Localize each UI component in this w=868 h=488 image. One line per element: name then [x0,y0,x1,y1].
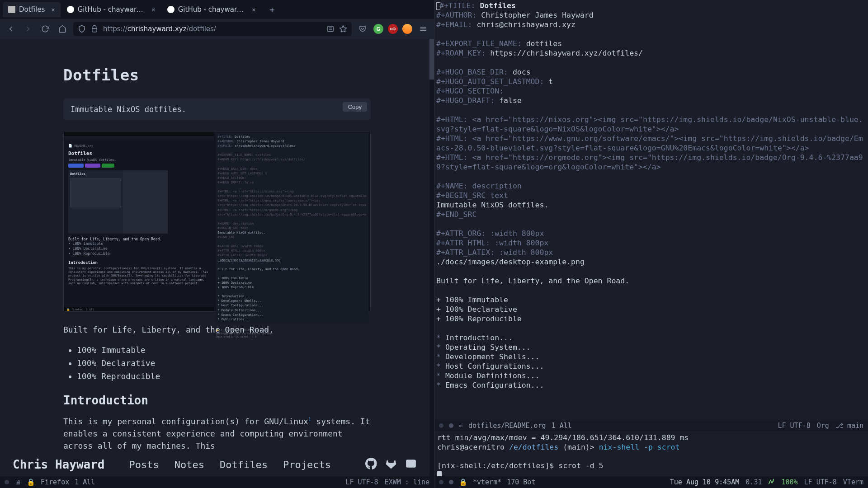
back-arrow-icon: ← [459,422,463,430]
page-content: Dotfiles Immutable NixOS dotfiles. Copy … [0,39,434,476]
buffer-position: 1 All [75,478,95,486]
url-text: https://chrishayward.xyz/dotfiles/ [103,25,216,33]
vterm-modeline: 🔒 *vterm* 170 Bot Tue Aug 10 9:45AM 0.31… [434,476,868,488]
nav-projects[interactable]: Projects [283,459,331,470]
right-pane-emacs: #+TITLE: Dotfiles#+AUTHOR: Christopher J… [434,0,868,488]
copy-button[interactable]: Copy [343,102,367,112]
buffer-name: Firefox [41,478,69,486]
close-tab-icon[interactable]: ✕ [51,6,55,13]
list-item: 100% Reproducible [77,370,371,383]
menu-icon[interactable] [417,23,429,35]
browser-tab[interactable]: GitHub - chayward1/dotf ✕ [162,2,261,17]
buffer-position: 170 Bot [507,478,535,486]
buffer-position: 1 All [552,422,572,430]
encoding: LF UTF-8 [778,422,811,430]
modeline-dot-icon [5,480,9,484]
tab-title: GitHub - chayward1/dotf [178,5,246,14]
hero-screenshot: 📄 README.org Dotfiles Immutable NixOS do… [63,131,371,312]
forward-icon[interactable] [22,23,34,35]
vterm-buffer[interactable]: rtt min/avg/max/mdev = 49.294/186.651/36… [434,431,868,476]
modeline-dot-icon [449,480,453,484]
nav-dotfiles[interactable]: Dotfiles [220,459,268,470]
modeline-dot-icon [439,480,443,484]
clock: Tue Aug 10 9:45AM [670,478,740,486]
extension-ublock-icon[interactable]: uO [388,24,398,34]
modeline-dot-icon [439,423,443,428]
nav-notes[interactable]: Notes [175,459,204,470]
org-modeline: ← dotfiles/README.org 1 All LF UTF-8 Org… [434,420,868,431]
encoding: LF UTF-8 [345,478,378,486]
list-item: 100% Declarative [77,357,371,370]
browser-tab[interactable]: GitHub - chayward1/dotf ✕ [61,2,161,17]
shield-icon [78,25,86,33]
file-icon: 🗎 [14,478,21,486]
svg-rect-0 [92,28,97,32]
modeline-dot-icon [449,423,453,428]
lock-icon: 🔒 [459,478,467,486]
extension-grammarly-icon[interactable]: G [373,24,383,34]
url-bar[interactable]: https://chrishayward.xyz/dotfiles/ [73,22,352,36]
org-buffer[interactable]: #+TITLE: Dotfiles#+AUTHOR: Christopher J… [434,0,868,420]
major-mode: Org [817,422,829,430]
favicon-icon [8,6,15,13]
browser-tab-strip: Dotfiles ✕ GitHub - chayward1/dotf ✕ Git… [0,0,434,19]
svg-marker-4 [340,26,347,32]
code-block: Immutable NixOS dotfiles. Copy [63,99,371,120]
battery-pct: 100% [781,478,797,486]
lock-icon [90,25,99,33]
site-brand[interactable]: Chris Hayward [13,458,105,471]
github-icon[interactable] [365,458,377,471]
encoding: LF UTF-8 [804,478,837,486]
load-avg: 0.31 [745,478,762,486]
close-tab-icon[interactable]: ✕ [252,6,255,13]
extension-icon[interactable] [402,24,412,34]
git-branch: ⎇ main [835,422,863,430]
vterm-prompt-line: chris@acernitro /e/dotfiles (main)> nix-… [437,442,865,452]
reload-icon[interactable] [39,23,52,35]
section-heading: Introduction [63,394,371,407]
battery-icon: 🗲 [768,478,775,486]
home-icon[interactable] [56,23,69,35]
mail-icon[interactable] [405,458,417,471]
code-text: Immutable NixOS dotfiles. [71,105,186,114]
nav-posts[interactable]: Posts [129,459,159,470]
page-title: Dotfiles [63,66,371,84]
left-modeline: 🗎 🔒 Firefox 1 All LF UTF-8 EXWM : line [0,476,434,488]
scrollbar-thumb[interactable] [429,39,434,80]
left-pane-firefox: Dotfiles ✕ GitHub - chayward1/dotf ✕ Git… [0,0,434,488]
reader-icon[interactable] [326,25,335,33]
site-nav: Chris Hayward Posts Notes Dotfiles Proje… [0,453,429,476]
intro-paragraph: This is my personal configuration(s) for… [63,415,371,452]
close-tab-icon[interactable]: ✕ [151,6,155,13]
new-tab-button[interactable]: + [266,3,278,16]
list-item: 100% Immutable [77,344,371,357]
buffer-file: dotfiles/README.org [468,422,546,430]
github-favicon-icon [167,6,175,13]
browser-toolbar: https://chrishayward.xyz/dotfiles/ G uO [0,19,434,39]
major-mode: EXWM : line [385,478,429,486]
github-favicon-icon [67,6,74,13]
feature-list: 100% Immutable 100% Declarative 100% Rep… [63,344,371,383]
lock-icon: 🔒 [27,478,35,486]
tab-title: GitHub - chayward1/dotf [78,5,146,14]
back-icon[interactable] [5,23,17,35]
pocket-icon[interactable] [356,23,369,35]
buffer-name: *vterm* [473,478,501,486]
tab-title: Dotfiles [19,5,45,14]
vterm-shell-line: [nix-shell:/etc/dotfiles]$ scrot -d 5 [437,461,865,470]
browser-tab-active[interactable]: Dotfiles ✕ [3,2,61,17]
bookmark-icon[interactable] [339,25,347,33]
scrollbar[interactable] [429,39,434,476]
vterm-line: rtt min/avg/max/mdev = 49.294/186.651/36… [437,433,865,442]
major-mode: VTerm [843,478,863,486]
gitlab-icon[interactable] [385,458,397,471]
